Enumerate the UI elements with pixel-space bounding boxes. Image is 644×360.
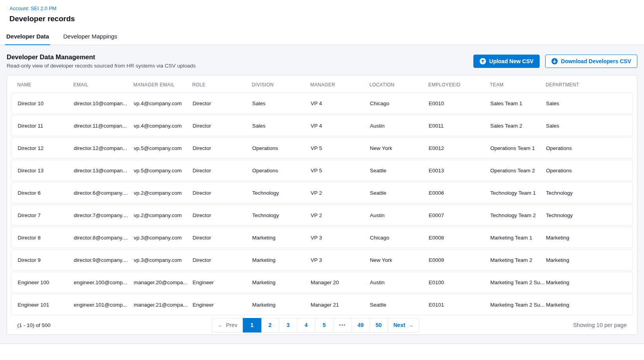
cell-department: Operations	[546, 168, 626, 174]
cell-role: Director	[193, 257, 252, 263]
table-row[interactable]: Director 9director.9@company....vp.3@com…	[11, 249, 633, 270]
cell-manager-email: vp.3@company.com	[134, 235, 193, 241]
cell-team: Marketing Team 2	[490, 257, 546, 263]
per-page-label: Showing 10 per page	[573, 322, 627, 328]
cell-manager: Manager 20	[311, 280, 370, 285]
cell-name: Director 8	[18, 235, 74, 241]
cell-role: Engineer	[193, 302, 252, 308]
cell-manager-email: vp.5@company.com	[134, 145, 193, 151]
cell-manager-email: vp.4@company.com	[134, 123, 193, 129]
column-header-name: NAME	[17, 82, 73, 88]
cell-role: Engineer	[193, 280, 252, 285]
cell-manager: VP 2	[311, 212, 370, 218]
page-button-2-label: 2	[269, 322, 272, 328]
tab-bar: Developer DataDeveloper Mappings	[0, 27, 644, 45]
page: Account: SEI 2.0 PM Developer records De…	[0, 0, 644, 344]
cell-manager-email: vp.4@company.com	[134, 101, 193, 106]
section-header: Developer Data Management Read-only view…	[7, 51, 637, 69]
cell-manager: VP 3	[311, 235, 370, 241]
cell-department: Technology	[546, 212, 626, 218]
table-row[interactable]: Director 11director.11@compan...vp.4@com…	[11, 115, 633, 136]
table-row[interactable]: Director 12director.12@compan...vp.5@com…	[11, 137, 633, 159]
cell-manager: VP 3	[311, 257, 370, 263]
column-header-manager: MANAGER	[310, 82, 369, 88]
column-header-team: TEAM	[490, 82, 546, 88]
page-button-49[interactable]: 49	[351, 318, 370, 333]
page-button-5[interactable]: 5	[315, 318, 333, 333]
table-row[interactable]: Director 6director.6@company....vp.2@com…	[11, 182, 633, 203]
cell-manager: VP 4	[311, 101, 370, 106]
cell-division: Marketing	[252, 280, 311, 285]
page-button-1-label: 1	[251, 322, 254, 328]
cell-division: Sales	[252, 101, 311, 106]
cell-location: New York	[370, 257, 429, 263]
section-titles: Developer Data Management Read-only view…	[7, 53, 196, 69]
cell-email: director.8@company....	[74, 235, 134, 241]
cell-division: Operations	[252, 145, 311, 151]
cell-email: director.6@company....	[74, 190, 134, 196]
cell-role: Director	[193, 145, 252, 151]
table-row[interactable]: Director 10director.10@compan...vp.4@com…	[11, 93, 633, 114]
table-row[interactable]: Engineer 100engineer.100@comp...manager.…	[11, 272, 633, 293]
upload-icon	[480, 58, 486, 64]
pagination: ←Prev12345•••4950Next→	[212, 318, 419, 333]
prev-page-button[interactable]: ←Prev	[212, 318, 243, 333]
cell-email: director.10@compan...	[74, 101, 134, 106]
page-ellipsis: •••	[333, 318, 352, 333]
upload-new-csv-button[interactable]: Upload New CSV	[473, 55, 540, 68]
download-developers-csv-button[interactable]: Download Developers CSV	[545, 55, 637, 68]
cell-manager: VP 4	[311, 123, 370, 129]
arrow-left-icon: ←	[218, 322, 223, 328]
cell-department: Technology	[546, 190, 626, 196]
page-title: Developer records	[9, 15, 635, 23]
cell-department: Sales	[546, 101, 626, 106]
tab-developer-data[interactable]: Developer Data	[5, 27, 50, 45]
page-button-50[interactable]: 50	[369, 318, 388, 333]
cell-role: Director	[193, 212, 252, 218]
cell-location: Chicago	[370, 235, 429, 241]
cell-department: Sales	[546, 123, 626, 129]
cell-team: Operations Team 2	[490, 168, 546, 174]
cell-email: engineer.101@comp...	[74, 302, 134, 308]
cell-name: Director 11	[18, 123, 74, 129]
page-button-2[interactable]: 2	[261, 318, 279, 333]
cell-manager-email: manager.20@compa...	[134, 280, 193, 285]
cell-manager-email: vp.2@company.com	[134, 190, 193, 196]
next-page-button-label: Next	[393, 322, 405, 328]
table-footer: (1 - 10) of 500 ←Prev12345•••4950Next→ S…	[7, 317, 637, 334]
table-header-row: NAMEEMAILMANAGER EMAILROLEDIVISIONMANAGE…	[7, 75, 637, 93]
account-breadcrumb-link[interactable]: Account: SEI 2.0 PM	[9, 5, 56, 11]
cell-role: Director	[193, 101, 252, 106]
table-row[interactable]: Engineer 101engineer.101@comp...manager.…	[11, 294, 633, 315]
page-button-5-label: 5	[323, 322, 326, 328]
table-row[interactable]: Director 7director.7@company....vp.2@com…	[11, 205, 633, 226]
cell-department: Marketing	[546, 257, 626, 263]
column-header-location: LOCATION	[369, 82, 428, 88]
page-ellipsis-label: •••	[339, 322, 346, 328]
cell-division: Technology	[252, 212, 311, 218]
page-button-50-label: 50	[375, 322, 382, 328]
cell-name: Director 7	[18, 212, 74, 218]
cell-role: Director	[193, 190, 252, 196]
page-button-4[interactable]: 4	[297, 318, 315, 333]
cell-team: Marketing Team 2 Su...	[490, 302, 546, 308]
page-button-49-label: 49	[357, 322, 364, 328]
section-actions: Upload New CSV Download Developers CSV	[473, 55, 637, 68]
cell-division: Sales	[252, 123, 311, 129]
cell-location: Austin	[370, 212, 429, 218]
next-page-button[interactable]: Next→	[387, 318, 419, 333]
table-row[interactable]: Director 13director.13@compan...vp.5@com…	[11, 160, 633, 181]
column-header-department: DEPARTMENT	[546, 82, 627, 88]
table-row[interactable]: Director 8director.8@company....vp.3@com…	[11, 227, 633, 248]
tab-developer-mappings[interactable]: Developer Mappings	[62, 27, 118, 45]
download-icon	[551, 58, 558, 64]
cell-team: Marketing Team 2 Su...	[490, 280, 546, 285]
main-content: Developer Data Management Read-only view…	[0, 45, 644, 344]
page-button-3[interactable]: 3	[279, 318, 297, 333]
cell-manager: VP 2	[311, 190, 370, 196]
cell-name: Director 9	[18, 257, 74, 263]
cell-division: Marketing	[252, 302, 311, 308]
developer-data-table: NAMEEMAILMANAGER EMAILROLEDIVISIONMANAGE…	[7, 75, 637, 335]
column-header-email: EMAIL	[73, 82, 133, 88]
page-button-1[interactable]: 1	[243, 318, 261, 333]
